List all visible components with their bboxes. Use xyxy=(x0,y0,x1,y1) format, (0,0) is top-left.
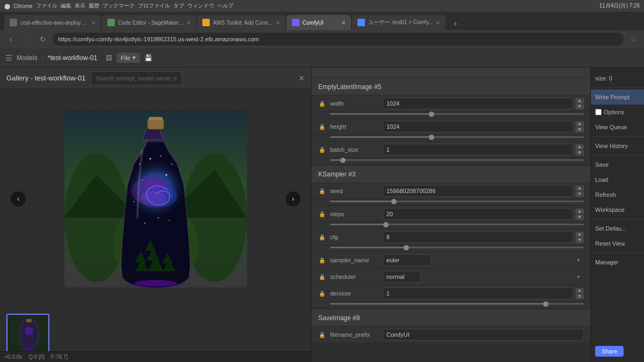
sidebar-item-reset-view[interactable]: Reset View xyxy=(591,236,644,251)
height-up-btn[interactable]: ▲ xyxy=(575,121,584,127)
filename-prefix-input[interactable] xyxy=(383,329,584,341)
reload-btn[interactable]: ↻ xyxy=(36,33,49,46)
tab-4-close[interactable]: ✕ xyxy=(341,20,346,26)
os-menu-file[interactable]: ファイル xyxy=(36,2,57,10)
seed-down-btn[interactable]: ▼ xyxy=(575,191,584,197)
new-tab-btn[interactable]: + xyxy=(449,17,462,30)
width-value-area: ▲ ▼ xyxy=(383,98,584,109)
seed-spinners: ▲ ▼ xyxy=(575,186,584,197)
scheduler-select-wrapper: normal karras exponential ▼ xyxy=(383,271,584,283)
sidebar-toggle-icon[interactable]: ☰ xyxy=(5,54,12,62)
width-down-btn[interactable]: ▼ xyxy=(575,104,584,109)
denoise-slider-track[interactable] xyxy=(330,303,584,305)
cfg-input[interactable] xyxy=(383,231,573,243)
sidebar-item-extra-options[interactable]: Options xyxy=(591,105,644,120)
batch-slider-track[interactable] xyxy=(330,159,584,161)
sidebar-item-load[interactable]: Load xyxy=(591,172,644,187)
width-slider-track[interactable] xyxy=(330,113,584,115)
os-menu-window[interactable]: ウィンドウ xyxy=(187,2,214,10)
seed-up-btn[interactable]: ▲ xyxy=(575,186,584,191)
sidebar-item-refresh[interactable]: Refresh xyxy=(591,187,644,202)
share-button[interactable]: Share xyxy=(595,346,624,357)
denoise-up-btn[interactable]: ▲ xyxy=(575,288,584,293)
tab-5-close[interactable]: ✕ xyxy=(436,20,440,26)
section-ksampler-header[interactable]: KSampler #3 xyxy=(312,166,590,183)
seed-slider-fill xyxy=(330,201,393,202)
bookmark-btn[interactable]: ☆ xyxy=(627,33,640,46)
sidebar-item-save[interactable]: Save xyxy=(591,157,644,172)
seed-input[interactable] xyxy=(383,185,573,197)
width-up-btn[interactable]: ▲ xyxy=(575,98,584,104)
sidebar-item-write-prompt[interactable]: Write Prompt xyxy=(591,90,644,105)
extra-options-checkbox[interactable] xyxy=(595,109,602,115)
os-menu-history[interactable]: 履歴 xyxy=(89,2,99,10)
file-btn-arrow: ▾ xyxy=(133,54,136,61)
cfg-slider-track[interactable] xyxy=(330,247,584,248)
tab-2[interactable]: Code Editor - SageMaker... ✕ xyxy=(102,15,196,30)
save-icon[interactable]: 💾 xyxy=(144,54,152,62)
right-arrow-icon: › xyxy=(292,195,294,203)
sampler-select[interactable]: euler euler_ancestral dpm xyxy=(383,254,431,266)
sidebar-item-workspace[interactable]: Workspace xyxy=(591,202,644,217)
batch-value-area: ▲ ▼ xyxy=(383,144,584,156)
steps-down-btn[interactable]: ▼ xyxy=(575,215,584,220)
sidebar-item-set-default[interactable]: Set Defau... xyxy=(591,221,644,236)
height-label: height xyxy=(330,123,378,130)
cfg-down-btn[interactable]: ▼ xyxy=(575,238,584,243)
file-btn[interactable]: File ▾ xyxy=(116,53,140,63)
section-empty-latent-header[interactable]: EmptyLatentImage #5 xyxy=(312,78,590,95)
scheduler-select[interactable]: normal karras exponential xyxy=(383,271,421,283)
gallery-close-btn[interactable]: ✕ xyxy=(298,74,305,83)
gallery-search-input[interactable] xyxy=(91,71,182,85)
tab-3-close[interactable]: ✕ xyxy=(276,20,280,26)
manager-label: Manager xyxy=(595,259,618,265)
os-menu-help[interactable]: ヘルプ xyxy=(217,2,233,10)
field-seed: 🔒 seed ▲ ▼ xyxy=(312,183,590,200)
width-input[interactable] xyxy=(383,98,573,109)
steps-slider-track[interactable] xyxy=(330,224,584,225)
height-slider-track[interactable] xyxy=(330,136,584,138)
os-menu-profiles[interactable]: プロファイル xyxy=(138,2,170,10)
breadcrumb-models[interactable]: Models xyxy=(17,54,38,62)
svg-point-16 xyxy=(134,201,135,202)
back-btn[interactable]: ‹ xyxy=(4,33,17,46)
os-menu-view[interactable]: 表示 xyxy=(75,2,85,10)
height-input[interactable] xyxy=(383,121,573,132)
breadcrumb-workflow[interactable]: *test-workflow-01 xyxy=(48,54,97,62)
os-menu-tab[interactable]: タブ xyxy=(173,2,184,10)
batch-up-btn[interactable]: ▲ xyxy=(575,144,584,150)
thumbnail-0[interactable] xyxy=(6,314,49,357)
batch-down-btn[interactable]: ▼ xyxy=(575,150,584,156)
sidebar-item-view-queue[interactable]: View Queue xyxy=(591,120,644,135)
denoise-down-btn[interactable]: ▼ xyxy=(575,294,584,299)
tab-1-close[interactable]: ✕ xyxy=(91,20,96,26)
steps-input[interactable] xyxy=(383,208,573,220)
cfg-up-btn[interactable]: ▲ xyxy=(575,232,584,237)
os-chrome-icon: ⬤ xyxy=(4,3,10,9)
cfg-spinners: ▲ ▼ xyxy=(575,232,584,243)
seed-slider-track[interactable] xyxy=(330,201,584,202)
os-menu-edit[interactable]: 編集 xyxy=(61,2,71,10)
forward-btn[interactable]: › xyxy=(20,33,33,46)
svg-rect-39 xyxy=(26,319,32,322)
url-box[interactable]: https://comfyu-comfy-rkn4jixtlyic-191986… xyxy=(53,33,624,46)
os-menu-bookmarks[interactable]: ブックマーク xyxy=(103,2,135,10)
tab-2-close[interactable]: ✕ xyxy=(186,20,191,26)
tab-3[interactable]: AWS Toolkit: Add Conn... ✕ xyxy=(197,15,286,30)
cfg-slider-row xyxy=(312,246,590,252)
width-slider-fill xyxy=(330,113,431,115)
batch-input[interactable] xyxy=(383,144,573,156)
denoise-input[interactable] xyxy=(383,287,573,299)
tab-4-comfyui[interactable]: ComfyUI ✕ xyxy=(287,15,351,30)
svg-point-9 xyxy=(171,164,172,165)
sampler-select-arrow: ▼ xyxy=(576,258,581,263)
tab-5[interactable]: ユーザー: test01 > Comfy... ✕ xyxy=(352,15,446,30)
tab-1[interactable]: cost-effective-aws-deploym... ✕ xyxy=(4,15,101,30)
sidebar-item-view-history[interactable]: View History xyxy=(591,138,644,153)
prev-image-btn[interactable]: ‹ xyxy=(11,191,26,206)
next-image-btn[interactable]: › xyxy=(286,191,301,206)
section-save-image-header[interactable]: SaveImage #9 xyxy=(312,309,590,327)
height-down-btn[interactable]: ▼ xyxy=(575,127,584,132)
sidebar-item-manager[interactable]: Manager xyxy=(591,255,644,270)
steps-up-btn[interactable]: ▲ xyxy=(575,209,584,214)
